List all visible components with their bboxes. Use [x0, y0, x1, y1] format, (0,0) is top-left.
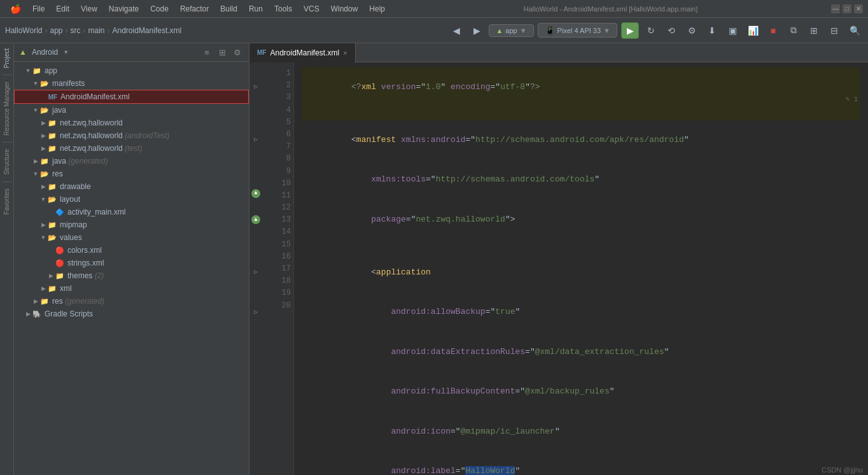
expand-arrow [39, 222, 47, 228]
minimize-button[interactable]: — [831, 4, 840, 13]
tree-item-res[interactable]: 📂 res [14, 167, 249, 180]
breadcrumb-src[interactable]: src [71, 26, 81, 35]
run-icon: ▶ [627, 25, 634, 36]
project-panel-title: Android [32, 48, 58, 57]
tree-label-res: res [52, 169, 63, 178]
sync-button[interactable]: ⟲ [663, 22, 680, 39]
project-panel: ▲ Android ▼ ≡ ⊞ ⚙ 📁 app 📂 manifests [14, 43, 249, 475]
breadcrumb-file[interactable]: AndroidManifest.xml [113, 26, 182, 35]
run-button[interactable]: ▶ [621, 22, 639, 39]
gutter-14 [249, 239, 262, 253]
tree-item-gradle[interactable]: 🐘 Gradle Scripts [14, 308, 249, 320]
tree-label-manifests: manifests [52, 79, 85, 88]
breadcrumb-sep4: › [108, 26, 110, 35]
tree-label-app: app [45, 66, 57, 75]
menu-window[interactable]: Window [326, 3, 363, 15]
menu-file[interactable]: File [27, 3, 50, 15]
apple-menu[interactable]: 🍎 [5, 3, 26, 15]
gutter-9 [249, 173, 262, 187]
tree-item-strings[interactable]: 🔴 strings.xml [14, 257, 249, 269]
project-dropdown-icon[interactable]: ▼ [63, 49, 69, 55]
tree-item-manifests[interactable]: 📂 manifests [14, 77, 249, 90]
expand-arrow [47, 273, 55, 279]
code-line-11: android:label="HalloWorld" [302, 451, 860, 475]
code-content[interactable]: <?xml version="1.0" encoding="utf-8"?> ✎… [294, 62, 868, 475]
gradle-button[interactable]: ⚙ [683, 22, 700, 39]
menu-code[interactable]: Code [145, 3, 174, 15]
close-button[interactable]: ✕ [854, 4, 863, 13]
favorites-tab[interactable]: Favorites [2, 183, 11, 220]
toolbar: HalloWorld › app › src › main › AndroidM… [0, 18, 868, 43]
tree-item-colors[interactable]: 🔴 colors.xml [14, 244, 249, 257]
code-line-1: <?xml version="1.0" encoding="utf-8"?> ✎… [302, 67, 860, 120]
device-selector[interactable]: 📱 Pixel 4 API 33 ▼ [538, 23, 617, 38]
tree-item-res-generated[interactable]: 📁 res (generated) [14, 295, 249, 308]
menu-edit[interactable]: Edit [51, 3, 74, 15]
tree-item-package2[interactable]: 📁 net.zwq.halloworld (androidTest) [14, 129, 249, 142]
menu-navigate[interactable]: Navigate [104, 3, 144, 15]
collapse-all-button[interactable]: ≡ [200, 46, 213, 59]
refresh-button[interactable]: ↻ [643, 22, 659, 39]
breadcrumb-app[interactable]: app [50, 26, 62, 35]
menu-build[interactable]: Build [215, 3, 242, 15]
structure-tab[interactable]: Structure [2, 144, 11, 180]
editor-tabs: MF AndroidManifest.xml × [249, 43, 868, 62]
tree-item-androidmanifest[interactable]: MF AndroidManifest.xml [14, 90, 249, 104]
code-editor: ▷ ▷ ▲ ▲ ▷ ▷ [249, 62, 868, 475]
menu-run[interactable]: Run [244, 3, 268, 15]
app-selector[interactable]: ▲ app ▼ [489, 24, 533, 37]
tree-item-package3[interactable]: 📁 net.zwq.halloworld (test) [14, 142, 249, 155]
tree-item-app[interactable]: 📁 app [14, 64, 249, 77]
layout-inspector-button[interactable]: ⊞ [806, 22, 822, 39]
db-inspector-button[interactable]: ⊟ [826, 22, 843, 39]
gutter-2: ▷ [249, 81, 262, 94]
code-line-10: android:icon="@mipmap/ic_launcher" [302, 412, 860, 451]
tree-label-themes: themes (2) [67, 271, 104, 280]
search-everywhere-button[interactable]: 🔍 [846, 22, 863, 39]
tree-item-mipmap[interactable]: 📁 mipmap [14, 218, 249, 231]
breadcrumb-project[interactable]: HalloWorld [5, 26, 42, 35]
menu-refactor[interactable]: Refactor [175, 3, 214, 15]
tree-item-values[interactable]: 📂 values [14, 231, 249, 244]
tree-item-themes[interactable]: 📁 themes (2) [14, 269, 249, 282]
tree-label-layout: layout [60, 195, 80, 204]
breadcrumb-sep2: › [66, 26, 68, 35]
gutter-11 [249, 200, 262, 213]
menu-view[interactable]: View [76, 3, 102, 15]
project-tab[interactable]: Project [2, 43, 11, 73]
nav-back-button[interactable]: ◀ [448, 22, 465, 39]
gear-icon[interactable]: ⚙ [231, 46, 244, 59]
menu-vcs[interactable]: VCS [298, 3, 325, 15]
tree-label-xml: xml [60, 284, 72, 293]
folder-values-icon: 📂 [47, 232, 57, 243]
device-mirror-button[interactable]: ⧉ [785, 22, 802, 39]
expand-arrow [24, 67, 32, 74]
expand-arrow [39, 183, 47, 190]
tree-item-activity-main[interactable]: 🔷 activity_main.xml [14, 206, 249, 218]
sdk-manager-button[interactable]: ⬇ [704, 22, 720, 39]
package-icon: 📁 [47, 131, 57, 141]
stop-button[interactable]: ■ [765, 22, 781, 39]
tree-item-drawable[interactable]: 📁 drawable [14, 180, 249, 193]
tree-item-layout[interactable]: 📂 layout [14, 193, 249, 206]
editor-tab-androidmanifest[interactable]: MF AndroidManifest.xml × [249, 43, 356, 62]
nav-forward-button[interactable]: ▶ [468, 22, 485, 39]
resource-manager-tab[interactable]: Resource Manager [2, 76, 11, 141]
expand-all-button[interactable]: ⊞ [216, 46, 228, 59]
tree-item-java[interactable]: 📂 java [14, 104, 249, 117]
avd-manager-button[interactable]: ▣ [724, 22, 741, 39]
code-line-6: <application [302, 253, 860, 292]
gutter-5 [249, 120, 262, 134]
tree-item-package1[interactable]: 📁 net.zwq.halloworld [14, 117, 249, 129]
profiler-button[interactable]: 📊 [745, 22, 761, 39]
folder-java-icon: 📂 [39, 105, 50, 115]
menu-help[interactable]: Help [364, 3, 390, 15]
tab-close-button[interactable]: × [343, 49, 347, 57]
breadcrumb-main[interactable]: main [88, 26, 105, 35]
maximize-button[interactable]: □ [843, 4, 851, 13]
tree-item-java-generated[interactable]: 📁 java (generated) [14, 155, 249, 167]
code-line-9: android:fullBackupContent="@xml/backup_r… [302, 372, 860, 411]
menu-tools[interactable]: Tools [269, 3, 297, 15]
tree-item-xml[interactable]: 📁 xml [14, 282, 249, 295]
gutter-10: ▲ [249, 187, 262, 200]
